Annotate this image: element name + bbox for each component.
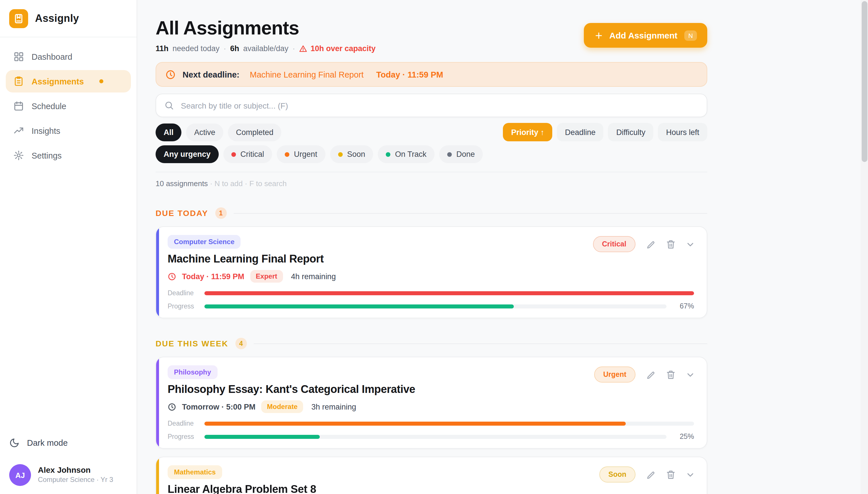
assignment-title: Machine Learning Final Report (167, 253, 694, 265)
sidebar-item-assignments[interactable]: Assignments (6, 70, 131, 93)
section-due-this-week: DUE THIS WEEK 4 Philosophy Philosophy Es… (156, 338, 707, 494)
results-meta: 10 assignments · N to add · F to search (156, 172, 707, 188)
time-remaining: 3h remaining (312, 402, 356, 411)
assignment-card[interactable]: Philosophy Philosophy Essay: Kant's Cate… (156, 357, 707, 449)
chip-soon[interactable]: Soon (330, 145, 373, 163)
dark-mode-label: Dark mode (27, 438, 68, 448)
avatar: AJ (9, 464, 31, 486)
next-deadline-banner: Next deadline: Machine Learning Final Re… (156, 62, 707, 87)
trash-icon (666, 369, 676, 379)
status-tabs: All Active Completed (156, 123, 281, 141)
trash-icon (666, 239, 676, 249)
calendar-icon (13, 100, 24, 111)
done-dot (447, 152, 452, 156)
shortcut-badge: N (684, 30, 697, 40)
urgency-badge: Urgent (594, 366, 635, 383)
sidebar-item-label: Assignments (32, 77, 84, 86)
scrollbar[interactable] (861, 0, 868, 494)
assignment-card[interactable]: Mathematics Linear Algebra Problem Set 8… (156, 457, 707, 494)
scrollbar-thumb[interactable] (862, 1, 867, 162)
due-date: Tomorrow · 5:00 PM (182, 402, 255, 411)
sidebar-item-label: Insights (32, 126, 60, 135)
subject-chip: Philosophy (167, 365, 217, 379)
delete-button[interactable] (666, 470, 676, 479)
assignment-card[interactable]: Computer Science Machine Learning Final … (156, 226, 707, 318)
sidebar-item-settings[interactable]: Settings (6, 144, 131, 167)
section-divider (233, 213, 707, 213)
plus-icon (594, 31, 604, 40)
progress-bar (204, 435, 667, 439)
chip-on-track[interactable]: On Track (378, 145, 435, 163)
tab-completed[interactable]: Completed (228, 123, 281, 141)
sort-difficulty[interactable]: Difficulty (608, 123, 654, 141)
card-accent-bar (156, 227, 159, 318)
tab-active[interactable]: Active (186, 123, 223, 141)
pencil-icon (646, 470, 656, 479)
subject-chip: Computer Science (167, 235, 241, 249)
urgency-badge: Soon (599, 467, 636, 482)
assignment-title: Linear Algebra Problem Set 8 (167, 483, 694, 494)
section-due-today: DUE TODAY 1 Computer Science Machine Lea… (156, 207, 707, 318)
banner-time: Today · 11:59 PM (376, 70, 443, 79)
chip-urgent[interactable]: Urgent (277, 145, 325, 163)
search-input[interactable] (180, 100, 699, 111)
edit-button[interactable] (646, 369, 656, 379)
banner-label: Next deadline: (182, 70, 239, 79)
critical-dot (231, 152, 236, 156)
moon-icon (9, 438, 20, 448)
banner-assignment[interactable]: Machine Learning Final Report (250, 70, 364, 79)
sort-hours-left[interactable]: Hours left (658, 123, 707, 141)
section-count-badge: 4 (235, 338, 247, 349)
search-bar[interactable] (156, 94, 707, 117)
edit-button[interactable] (646, 239, 656, 249)
chevron-down-icon (686, 239, 695, 249)
clock-icon (167, 402, 176, 411)
sidebar-item-label: Settings (32, 151, 62, 160)
delete-button[interactable] (666, 239, 676, 249)
chip-any-urgency[interactable]: Any urgency (156, 145, 219, 163)
tab-all[interactable]: All (156, 123, 182, 141)
sort-buttons: Priority ↑ Deadline Difficulty Hours lef… (503, 123, 707, 141)
sort-deadline[interactable]: Deadline (557, 123, 604, 141)
clock-icon (167, 272, 176, 281)
trash-icon (666, 470, 676, 479)
section-title: DUE THIS WEEK (156, 339, 229, 348)
expand-button[interactable] (686, 470, 695, 479)
due-date: Today · 11:59 PM (182, 272, 244, 281)
user-name: Alex Johnson (38, 466, 113, 476)
sort-priority[interactable]: Priority ↑ (503, 123, 553, 141)
sidebar-item-schedule[interactable]: Schedule (6, 95, 131, 117)
add-assignment-button[interactable]: Add Assignment N (584, 23, 707, 48)
card-accent-bar (156, 457, 159, 494)
time-remaining: 4h remaining (291, 272, 336, 281)
urgency-filter: Any urgency Critical Urgent Soon On Trac… (156, 145, 707, 163)
chevron-down-icon (686, 470, 695, 479)
sidebar-nav: Dashboard Assignments Schedu (0, 37, 137, 175)
sidebar-item-label: Dashboard (32, 52, 72, 61)
difficulty-chip: Expert (250, 270, 283, 283)
deadline-label: Deadline (167, 289, 197, 297)
progress-percent: 25% (673, 433, 694, 441)
dark-mode-toggle[interactable]: Dark mode (9, 434, 127, 452)
app-name: Assignly (35, 13, 79, 25)
chip-critical[interactable]: Critical (223, 145, 272, 163)
sidebar-item-insights[interactable]: Insights (6, 119, 131, 142)
delete-button[interactable] (666, 369, 676, 379)
progress-bar-fill (204, 435, 320, 439)
card-accent-bar (156, 357, 159, 448)
edit-button[interactable] (646, 470, 656, 479)
pencil-icon (646, 369, 656, 379)
soon-dot (338, 152, 342, 156)
expand-button[interactable] (686, 369, 695, 379)
assignment-count: 10 assignments (156, 179, 208, 188)
over-capacity-warning: 10h over capacity (299, 44, 376, 53)
section-divider (254, 343, 707, 344)
warning-icon (299, 44, 307, 53)
user-profile[interactable]: AJ Alex Johnson Computer Science · Yr 3 (9, 464, 127, 486)
expand-button[interactable] (686, 239, 695, 249)
sidebar-item-label: Schedule (32, 101, 66, 111)
main-content: All Assignments 11h needed today · 6h av… (137, 0, 868, 494)
sidebar-item-dashboard[interactable]: Dashboard (6, 45, 131, 68)
chip-done[interactable]: Done (439, 145, 483, 163)
progress-bar-fill (204, 304, 514, 308)
